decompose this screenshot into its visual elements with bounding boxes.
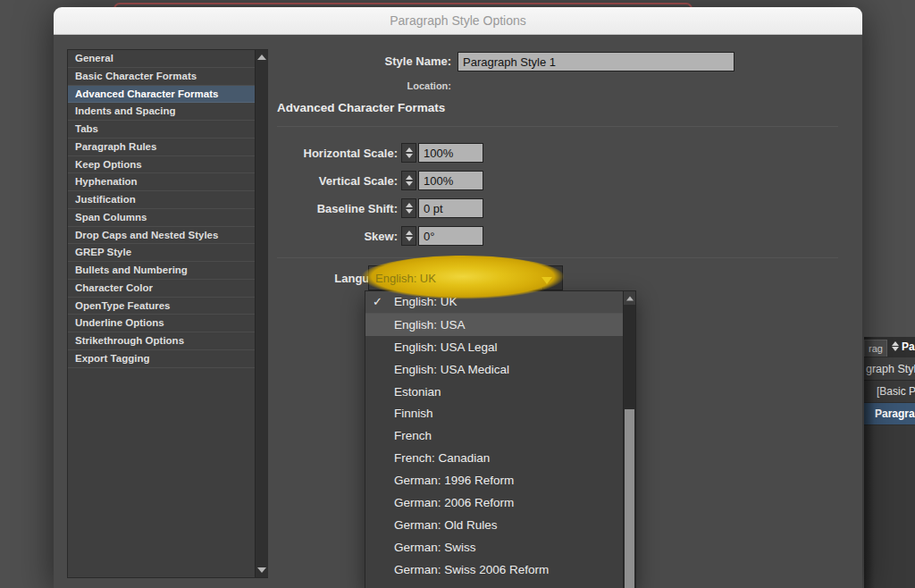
- skew-stepper[interactable]: [401, 226, 416, 246]
- menu-scroll-thumb[interactable]: [625, 409, 634, 588]
- category-list: General Basic Character Formats Advanced…: [67, 49, 268, 578]
- menu-item-english-usa-medical[interactable]: English: USA Medical: [365, 358, 635, 381]
- skew-input[interactable]: [418, 226, 483, 246]
- sidebar-item-bullets-numbering[interactable]: Bullets and Numbering: [68, 262, 255, 280]
- panel-style-selected[interactable]: Paragrap: [864, 403, 915, 425]
- sidebar-item-indents-and-spacing[interactable]: Indents and Spacing: [68, 103, 255, 121]
- menu-item-english-usa[interactable]: English: USA: [365, 314, 635, 336]
- sidebar-item-character-color[interactable]: Character Color: [68, 280, 255, 298]
- language-select-value[interactable]: English: UK: [375, 272, 436, 285]
- skew-label: Skew:: [277, 230, 398, 243]
- menu-item-finnish[interactable]: Finnish: [365, 402, 635, 424]
- menu-item-french-canadian[interactable]: French: Canadian: [365, 447, 635, 469]
- menu-item-english-uk[interactable]: ✓ English: UK: [365, 291, 635, 314]
- menu-item-french[interactable]: French: [365, 424, 635, 447]
- sidebar-item-basic-character-formats[interactable]: Basic Character Formats: [68, 68, 255, 86]
- sidebar-item-advanced-character-formats[interactable]: Advanced Character Formats: [68, 86, 255, 104]
- menu-item-german-swiss[interactable]: German: Swiss: [365, 536, 635, 559]
- horizontal-scale-stepper[interactable]: [401, 143, 416, 163]
- vertical-scale-stepper[interactable]: [401, 171, 416, 190]
- section-divider: [277, 126, 838, 127]
- language-divider: [277, 257, 838, 258]
- panel-tab-active-partial[interactable]: Par: [902, 340, 915, 353]
- location-label: Location:: [277, 80, 451, 91]
- sidebar-item-underline-options[interactable]: Underline Options: [68, 315, 255, 332]
- sidebar-item-justification[interactable]: Justification: [68, 191, 255, 209]
- vertical-scale-label: Vertical Scale:: [277, 174, 398, 188]
- check-icon: ✓: [373, 295, 390, 308]
- style-name-input[interactable]: [458, 52, 735, 71]
- sidebar-item-drop-caps[interactable]: Drop Caps and Nested Styles: [68, 227, 255, 245]
- sidebar-scrollbar[interactable]: [255, 50, 268, 577]
- sidebar-item-opentype-features[interactable]: OpenType Features: [68, 298, 255, 315]
- sidebar-item-paragraph-rules[interactable]: Paragraph Rules: [68, 139, 255, 156]
- menu-item-estonian[interactable]: Estonian: [365, 381, 635, 403]
- panel-current-style-partial: graph Style: [864, 357, 915, 381]
- category-rows: General Basic Character Formats Advanced…: [68, 50, 255, 368]
- menu-item-german-2006[interactable]: German: 2006 Reform: [365, 491, 635, 514]
- baseline-shift-input[interactable]: [418, 198, 483, 218]
- language-dropdown-menu: ✓ English: UK English: USA English: USA …: [365, 290, 636, 588]
- sidebar-item-general[interactable]: General: [68, 50, 255, 68]
- chevron-down-icon[interactable]: [541, 277, 552, 284]
- sidebar-item-tabs[interactable]: Tabs: [68, 121, 255, 139]
- sidebar-item-export-tagging[interactable]: Export Tagging: [68, 350, 255, 368]
- baseline-shift-stepper[interactable]: [401, 198, 416, 218]
- sidebar-item-keep-options[interactable]: Keep Options: [68, 156, 255, 174]
- panel-tab-partial[interactable]: rag: [864, 340, 887, 357]
- sidebar-item-span-columns[interactable]: Span Columns: [68, 209, 255, 227]
- style-name-label: Style Name:: [277, 55, 451, 68]
- sidebar-item-hyphenation[interactable]: Hyphenation: [68, 173, 255, 191]
- menu-item-german-swiss-2006[interactable]: German: Swiss 2006 Reform: [365, 559, 635, 581]
- horizontal-scale-input[interactable]: [418, 143, 483, 163]
- sidebar-item-strikethrough-options[interactable]: Strikethrough Options: [68, 332, 255, 350]
- horizontal-scale-label: Horizontal Scale:: [277, 147, 398, 160]
- menu-scroll-up-icon[interactable]: [624, 291, 635, 305]
- scroll-up-icon[interactable]: [257, 55, 266, 60]
- paragraph-style-options-dialog: Paragraph Style Options General Basic Ch…: [54, 7, 862, 588]
- paragraph-styles-panel-fragment: rag Par graph Style [Basic Pa Paragrap: [864, 337, 915, 588]
- panel-style-basic-paragraph[interactable]: [Basic Pa: [864, 381, 915, 403]
- menu-item-german-old-rules[interactable]: German: Old Rules: [365, 514, 635, 536]
- panel-tab-bar: rag Par: [864, 337, 915, 357]
- dialog-title: Paragraph Style Options: [54, 7, 862, 35]
- menu-scrollbar[interactable]: [623, 291, 635, 588]
- panel-collapse-icon[interactable]: [892, 341, 899, 351]
- section-title: Advanced Character Formats: [277, 101, 445, 114]
- scroll-down-icon[interactable]: [257, 567, 266, 573]
- menu-item-english-usa-legal[interactable]: English: USA Legal: [365, 336, 635, 358]
- sidebar-item-grep-style[interactable]: GREP Style: [68, 244, 255, 262]
- vertical-scale-input[interactable]: [418, 171, 483, 190]
- menu-item-german-1996[interactable]: German: 1996 Reform: [365, 469, 635, 491]
- baseline-shift-label: Baseline Shift:: [277, 202, 398, 215]
- menu-item-greek[interactable]: Greek: [365, 581, 635, 588]
